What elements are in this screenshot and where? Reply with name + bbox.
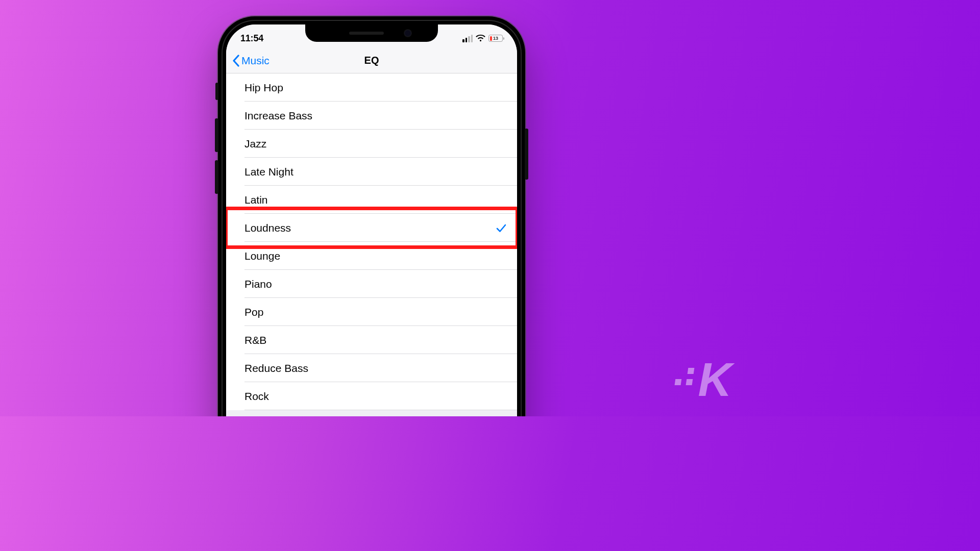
eq-option-label: Pop xyxy=(244,306,263,318)
phone-frame: 11:54 13 xyxy=(218,16,525,416)
screen: 11:54 13 xyxy=(226,24,517,416)
front-camera xyxy=(404,30,411,37)
battery-icon: 13 xyxy=(488,35,503,42)
eq-list[interactable]: Hip HopIncrease BassJazzLate NightLatinL… xyxy=(226,73,517,410)
eq-option-label: R&B xyxy=(244,334,266,346)
back-button[interactable]: Music xyxy=(232,48,270,73)
power-button xyxy=(525,129,528,180)
notch xyxy=(305,24,438,42)
status-right-cluster: 13 xyxy=(462,35,503,42)
watermark-dots-icon xyxy=(674,368,694,385)
volume-down-button xyxy=(215,160,218,194)
eq-option-row[interactable]: Rock xyxy=(226,382,517,410)
eq-option-label: Increase Bass xyxy=(244,110,312,122)
eq-option-label: Late Night xyxy=(244,166,293,178)
eq-option-label: Hip Hop xyxy=(244,82,283,94)
eq-option-label: Piano xyxy=(244,278,272,290)
eq-option-row[interactable]: Piano xyxy=(226,270,517,298)
mute-switch xyxy=(215,83,218,100)
eq-option-row[interactable]: Lounge xyxy=(226,242,517,270)
status-time: 11:54 xyxy=(240,33,263,44)
eq-option-label: Lounge xyxy=(244,250,280,262)
eq-option-row[interactable]: Jazz xyxy=(226,130,517,158)
back-label: Music xyxy=(241,55,270,67)
eq-option-row[interactable]: Hip Hop xyxy=(226,73,517,102)
cellular-signal-icon xyxy=(462,35,473,42)
eq-option-label: Reduce Bass xyxy=(244,362,308,374)
eq-option-label: Latin xyxy=(244,194,268,206)
eq-option-row[interactable]: Increase Bass xyxy=(226,102,517,130)
wifi-icon xyxy=(476,35,485,42)
chevron-left-icon xyxy=(232,55,239,67)
eq-option-label: Rock xyxy=(244,390,269,403)
battery-percent: 13 xyxy=(489,36,502,41)
page-title: EQ xyxy=(364,55,379,66)
speaker-grille xyxy=(349,32,384,35)
eq-option-row[interactable]: Late Night xyxy=(226,158,517,186)
watermark-letter: K xyxy=(698,356,730,403)
eq-option-row[interactable]: Loudness xyxy=(226,214,517,242)
eq-option-row[interactable]: Latin xyxy=(226,186,517,214)
eq-option-row[interactable]: Reduce Bass xyxy=(226,354,517,382)
eq-option-label: Loudness xyxy=(244,222,291,234)
nav-bar: Music EQ xyxy=(226,48,517,73)
eq-option-label: Jazz xyxy=(244,138,266,150)
eq-option-row[interactable]: Pop xyxy=(226,298,517,326)
watermark: K xyxy=(676,356,730,403)
eq-option-row[interactable]: R&B xyxy=(226,326,517,354)
checkmark-icon xyxy=(496,222,507,234)
volume-up-button xyxy=(215,118,218,152)
